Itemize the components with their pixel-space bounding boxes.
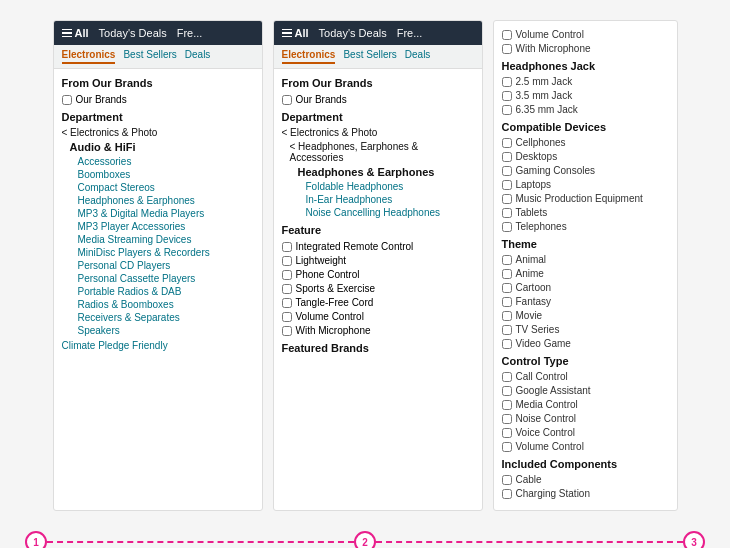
hp-jack-title: Headphones Jack [502, 60, 669, 72]
feature-phone[interactable]: Phone Control [282, 269, 474, 280]
all-menu-2[interactable]: All [282, 27, 309, 39]
pagination-step-2[interactable]: 2 [354, 531, 376, 548]
rp-animal[interactable]: Animal [502, 254, 669, 265]
nav-deals-2[interactable]: Deals [405, 49, 431, 64]
feature-checkbox-sports[interactable] [282, 284, 292, 294]
audio-sub-headphones[interactable]: Headphones & Earphones [78, 195, 254, 206]
nav-electronics-2[interactable]: Electronics [282, 49, 336, 64]
dept-title-2: Department [282, 111, 474, 123]
feature-checkbox-volume[interactable] [282, 312, 292, 322]
nav-electronics-1[interactable]: Electronics [62, 49, 116, 64]
free-label-1[interactable]: Fre... [177, 27, 203, 39]
rp-cable[interactable]: Cable [502, 474, 669, 485]
headphones-back-label-2: < Headphones, Earphones & Accessories [290, 141, 474, 163]
headphones-back-2[interactable]: < Headphones, Earphones & Accessories [290, 141, 474, 163]
nav-bestsellers-1[interactable]: Best Sellers [123, 49, 176, 64]
rp-with-mic-top[interactable]: With Microphone [502, 43, 669, 54]
rp-jack-35[interactable]: 3.5 mm Jack [502, 90, 669, 101]
feature-checkbox-phone[interactable] [282, 270, 292, 280]
rp-music-prod[interactable]: Music Production Equipment [502, 193, 669, 204]
dept-back-1[interactable]: < Electronics & Photo [62, 127, 254, 138]
nav-deals-1[interactable]: Deals [185, 49, 211, 64]
dept-back-2[interactable]: < Electronics & Photo [282, 127, 474, 138]
feature-mic[interactable]: With Microphone [282, 325, 474, 336]
pag-line-2 [376, 541, 683, 543]
rp-cb-jack-635[interactable] [502, 105, 512, 115]
all-label-2: All [295, 27, 309, 39]
feature-integrated[interactable]: Integrated Remote Control [282, 241, 474, 252]
audio-sub-mp3[interactable]: MP3 & Digital Media Players [78, 208, 254, 219]
audio-sub-accessories[interactable]: Accessories [78, 156, 254, 167]
rp-noisecontrol[interactable]: Noise Control [502, 413, 669, 424]
rp-cb-jack-25[interactable] [502, 77, 512, 87]
feature-volume[interactable]: Volume Control [282, 311, 474, 322]
climate-link-1[interactable]: Climate Pledge Friendly [62, 340, 254, 351]
feature-checkbox-integrated[interactable] [282, 242, 292, 252]
audio-sub-miniDisc[interactable]: MiniDisc Players & Recorders [78, 247, 254, 258]
feature-checkbox-tangle[interactable] [282, 298, 292, 308]
audio-sub-speakers[interactable]: Speakers [78, 325, 254, 336]
all-menu-1[interactable]: All [62, 27, 89, 39]
audio-sub-cassette[interactable]: Personal Cassette Players [78, 273, 254, 284]
pagination-step-3[interactable]: 3 [683, 531, 705, 548]
audio-sub-receivers[interactable]: Receivers & Separates [78, 312, 254, 323]
deals-label-1[interactable]: Today's Deals [99, 27, 167, 39]
deals-label-2[interactable]: Today's Deals [319, 27, 387, 39]
rp-tablets[interactable]: Tablets [502, 207, 669, 218]
brands-title-2: From Our Brands [282, 77, 474, 89]
rp-cb-mic-top[interactable] [502, 44, 512, 54]
rp-gaming[interactable]: Gaming Consoles [502, 165, 669, 176]
feature-checkbox-lightweight[interactable] [282, 256, 292, 266]
audio-sub-cdplayer[interactable]: Personal CD Players [78, 260, 254, 271]
hp-inear[interactable]: In-Ear Headphones [306, 194, 474, 205]
rp-mediacontrol[interactable]: Media Control [502, 399, 669, 410]
pagination-step-1[interactable]: 1 [25, 531, 47, 548]
rp-jack-25[interactable]: 2.5 mm Jack [502, 76, 669, 87]
pagination-line-container: 1 2 3 [25, 531, 705, 548]
rp-volume-control-top[interactable]: Volume Control [502, 29, 669, 40]
rp-telephones[interactable]: Telephones [502, 221, 669, 232]
panels-row: All Today's Deals Fre... Electronics Bes… [10, 20, 720, 511]
rp-tvseries[interactable]: TV Series [502, 324, 669, 335]
right-panel: Volume Control With Microphone Headphone… [493, 20, 678, 511]
audio-sub-mp3acc[interactable]: MP3 Player Accessories [78, 221, 254, 232]
feature-sports[interactable]: Sports & Exercise [282, 283, 474, 294]
panel-1: All Today's Deals Fre... Electronics Bes… [53, 20, 263, 511]
audio-sub-portable[interactable]: Portable Radios & DAB [78, 286, 254, 297]
dept-back-label-1: < Electronics & Photo [62, 127, 158, 138]
brand-checkbox-2[interactable] [282, 95, 292, 105]
feature-checkbox-mic[interactable] [282, 326, 292, 336]
brand-checkbox-1[interactable] [62, 95, 72, 105]
brand-item-2[interactable]: Our Brands [282, 94, 474, 105]
audio-sub-radios[interactable]: Radios & Boomboxes [78, 299, 254, 310]
rp-cellphones[interactable]: Cellphones [502, 137, 669, 148]
audio-sub-streaming[interactable]: Media Streaming Devices [78, 234, 254, 245]
rp-googleassist[interactable]: Google Assistant [502, 385, 669, 396]
rp-volumecontrol[interactable]: Volume Control [502, 441, 669, 452]
rp-cb-jack-35[interactable] [502, 91, 512, 101]
rp-charging[interactable]: Charging Station [502, 488, 669, 499]
rp-laptops[interactable]: Laptops [502, 179, 669, 190]
feature-title-2: Feature [282, 224, 474, 236]
audio-sub-compact[interactable]: Compact Stereos [78, 182, 254, 193]
rp-videogame[interactable]: Video Game [502, 338, 669, 349]
rp-fantasy[interactable]: Fantasy [502, 296, 669, 307]
free-label-2[interactable]: Fre... [397, 27, 423, 39]
hp-noise[interactable]: Noise Cancelling Headphones [306, 207, 474, 218]
rp-cartoon[interactable]: Cartoon [502, 282, 669, 293]
nav-bestsellers-2[interactable]: Best Sellers [343, 49, 396, 64]
rp-callcontrol[interactable]: Call Control [502, 371, 669, 382]
feature-tangle[interactable]: Tangle-Free Cord [282, 297, 474, 308]
feature-lightweight[interactable]: Lightweight [282, 255, 474, 266]
rp-movie[interactable]: Movie [502, 310, 669, 321]
rp-desktops[interactable]: Desktops [502, 151, 669, 162]
hp-foldable[interactable]: Foldable Headphones [306, 181, 474, 192]
rp-jack-635[interactable]: 6.35 mm Jack [502, 104, 669, 115]
audio-sub-boomboxes[interactable]: Boomboxes [78, 169, 254, 180]
all-label-1: All [75, 27, 89, 39]
rp-anime[interactable]: Anime [502, 268, 669, 279]
rp-voicecontrol[interactable]: Voice Control [502, 427, 669, 438]
brand-item-1[interactable]: Our Brands [62, 94, 254, 105]
rp-cb-volume-top[interactable] [502, 30, 512, 40]
brands-title-1: From Our Brands [62, 77, 254, 89]
